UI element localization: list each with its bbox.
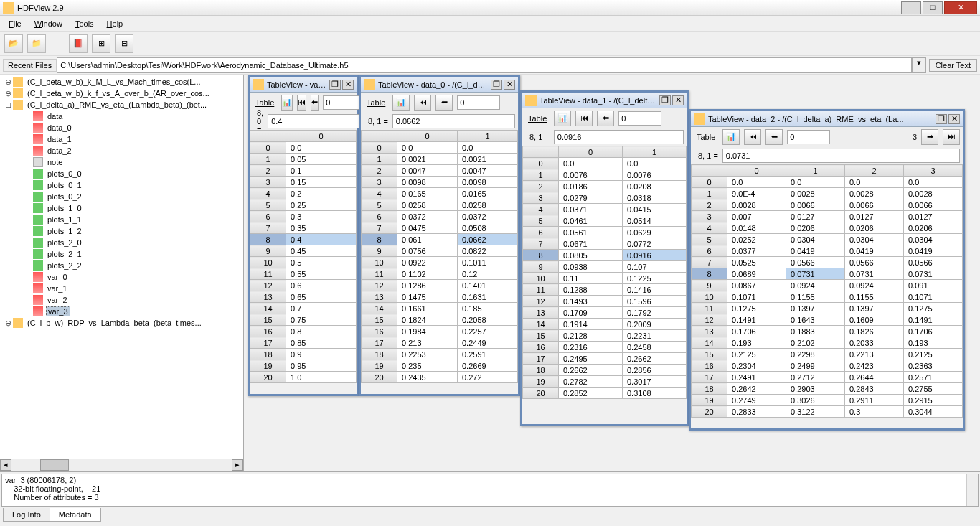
data-cell[interactable]: 0.0731 xyxy=(845,268,904,280)
data-cell[interactable]: 0.0098 xyxy=(458,177,518,188)
data-cell[interactable]: 9.0E-4 xyxy=(727,188,786,199)
data-cell[interactable]: 0.1984 xyxy=(397,326,458,337)
data-cell[interactable]: 0.0279 xyxy=(559,192,623,204)
data-cell[interactable]: 0.05 xyxy=(286,154,357,165)
data-cell[interactable]: 0.0304 xyxy=(904,234,963,245)
row-header[interactable]: 15 xyxy=(523,330,559,342)
data-cell[interactable]: 0.0206 xyxy=(904,222,963,234)
row-header[interactable]: 17 xyxy=(362,337,397,349)
tree-item[interactable]: plots_0_1 xyxy=(0,179,243,191)
data-cell[interactable]: 0.0127 xyxy=(845,211,904,222)
data-cell[interactable]: 0.1706 xyxy=(727,326,786,337)
tree-hscrollbar[interactable]: ◂▸ xyxy=(0,459,243,471)
data-cell[interactable]: 0.1706 xyxy=(904,326,963,337)
tree-item[interactable]: plots_0_0 xyxy=(0,168,243,179)
row-header[interactable]: 18 xyxy=(250,349,286,360)
data-cell[interactable]: 0.1792 xyxy=(623,307,687,319)
data-cell[interactable]: 0.1401 xyxy=(458,280,518,291)
row-header[interactable]: 3 xyxy=(250,177,286,188)
data-cell[interactable]: 0.0372 xyxy=(397,211,458,222)
data-cell[interactable]: 0.2642 xyxy=(727,383,786,395)
data-cell[interactable]: 0.2749 xyxy=(727,395,786,406)
data-cell[interactable]: 0.0076 xyxy=(559,169,623,181)
row-header[interactable]: 1 xyxy=(523,169,559,181)
data-cell[interactable]: 0.007 xyxy=(727,211,786,222)
tree-item[interactable]: data_2 xyxy=(0,145,243,156)
data-cell[interactable]: 0.1102 xyxy=(397,268,458,280)
data-grid[interactable]: 0100.00.010.00760.007620.01860.020830.02… xyxy=(522,146,687,399)
maximize-button[interactable]: □ xyxy=(923,1,943,14)
open-button[interactable] xyxy=(4,34,23,53)
window-close-button[interactable]: ✕ xyxy=(948,114,960,124)
data-cell[interactable]: 0.0258 xyxy=(397,199,458,211)
row-header[interactable]: 5 xyxy=(362,199,397,211)
data-cell[interactable]: 0.1397 xyxy=(845,303,904,314)
data-cell[interactable]: 0.2856 xyxy=(623,365,687,376)
data-grid[interactable]: 012300.00.00.00.019.0E-40.00280.00280.00… xyxy=(691,164,963,418)
row-header[interactable]: 19 xyxy=(362,360,397,372)
tree-item[interactable]: plots_1_1 xyxy=(0,214,243,225)
data-cell[interactable]: 0.0514 xyxy=(623,215,687,227)
row-header[interactable]: 3 xyxy=(523,192,559,204)
data-cell[interactable]: 0.1155 xyxy=(786,291,845,303)
data-cell[interactable]: 0.1397 xyxy=(786,303,845,314)
data-cell[interactable]: 0.0566 xyxy=(904,257,963,268)
row-header[interactable]: 5 xyxy=(250,199,286,211)
data-cell[interactable]: 0.2298 xyxy=(786,349,845,360)
tool-button-1[interactable]: ⊞ xyxy=(92,34,110,53)
row-header[interactable]: 9 xyxy=(523,261,559,273)
data-cell[interactable]: 0.1011 xyxy=(458,257,518,268)
data-cell[interactable]: 0.1 xyxy=(286,165,357,177)
tab-metadata[interactable]: Metadata xyxy=(50,508,101,522)
nav-index-input[interactable] xyxy=(618,111,661,126)
row-header[interactable]: 1 xyxy=(250,154,286,165)
nav-index-input[interactable] xyxy=(787,130,830,144)
data-cell[interactable]: 0.0 xyxy=(904,177,963,188)
nav-prev-button[interactable] xyxy=(765,129,783,145)
tree-item[interactable]: note xyxy=(0,156,243,168)
data-cell[interactable]: 0.0 xyxy=(286,142,357,154)
minimize-button[interactable]: _ xyxy=(901,1,921,14)
data-cell[interactable]: 0.2363 xyxy=(904,360,963,372)
data-cell[interactable]: 0.2499 xyxy=(786,360,845,372)
data-cell[interactable]: 0.3026 xyxy=(786,395,845,406)
data-cell[interactable]: 0.3 xyxy=(845,406,904,418)
data-cell[interactable]: 0.1286 xyxy=(397,280,458,291)
data-cell[interactable]: 0.0924 xyxy=(845,280,904,291)
data-cell[interactable]: 0.2231 xyxy=(623,330,687,342)
row-header[interactable]: 1 xyxy=(692,188,727,199)
row-header[interactable]: 10 xyxy=(523,273,559,284)
data-cell[interactable]: 0.1883 xyxy=(786,326,845,337)
data-cell[interactable]: 0.0629 xyxy=(623,227,687,238)
row-header[interactable]: 4 xyxy=(250,188,286,199)
data-cell[interactable]: 0.0028 xyxy=(904,188,963,199)
row-header[interactable]: 15 xyxy=(692,349,727,360)
column-header[interactable]: 0 xyxy=(559,146,623,158)
row-header[interactable]: 9 xyxy=(362,245,397,257)
clear-text-button[interactable]: Clear Text xyxy=(929,59,977,72)
data-cell[interactable]: 0.2755 xyxy=(904,383,963,395)
chart-button[interactable] xyxy=(281,95,293,111)
data-cell[interactable]: 0.0021 xyxy=(397,154,458,165)
row-header[interactable]: 18 xyxy=(362,349,397,360)
data-cell[interactable]: 0.2449 xyxy=(458,337,518,349)
data-cell[interactable]: 0.0098 xyxy=(397,177,458,188)
nav-prev-button[interactable] xyxy=(311,95,319,111)
data-cell[interactable]: 0.0 xyxy=(458,142,518,154)
data-cell[interactable]: 0.11 xyxy=(559,273,623,284)
row-header[interactable]: 16 xyxy=(692,360,727,372)
data-cell[interactable]: 0.0525 xyxy=(727,257,786,268)
data-cell[interactable]: 0.35 xyxy=(286,222,357,234)
row-header[interactable]: 6 xyxy=(523,227,559,238)
data-cell[interactable]: 0.1275 xyxy=(727,303,786,314)
data-cell[interactable]: 0.8 xyxy=(286,326,357,337)
data-cell[interactable]: 0.1155 xyxy=(845,291,904,303)
tree-item[interactable]: data_1 xyxy=(0,133,243,145)
data-cell[interactable]: 0.0047 xyxy=(397,165,458,177)
data-cell[interactable]: 0.2213 xyxy=(845,349,904,360)
row-header[interactable]: 8 xyxy=(362,234,397,245)
row-header[interactable]: 18 xyxy=(692,383,727,395)
data-cell[interactable]: 0.3017 xyxy=(623,376,687,388)
row-header[interactable]: 6 xyxy=(250,211,286,222)
tree-item[interactable]: var_2 xyxy=(0,294,243,306)
